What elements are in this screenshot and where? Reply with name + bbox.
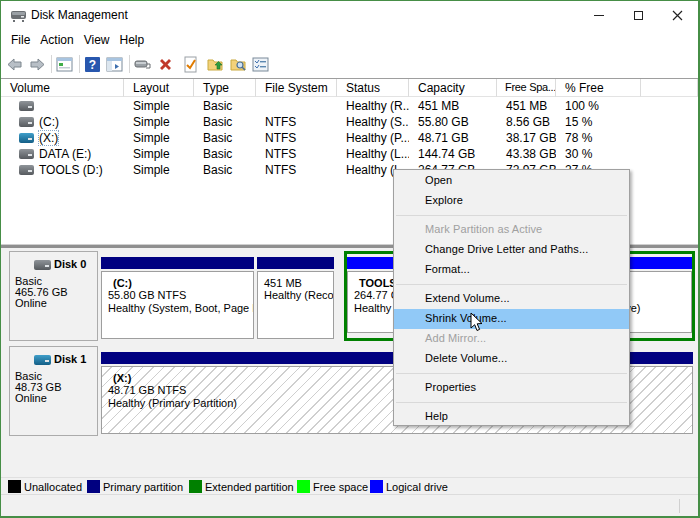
menu-separator	[394, 211, 629, 220]
column-header-volume[interactable]: Volume	[1, 79, 124, 97]
cell-layout: Simple	[124, 98, 194, 114]
back-arrow-icon[interactable]	[6, 56, 23, 73]
volume-icon	[19, 117, 34, 127]
legend-label-0: Unallocated	[24, 481, 82, 493]
partition-451mb[interactable]: 451 MBHealthy (Recovery Partition)	[257, 257, 334, 339]
minimize-button[interactable]	[579, 1, 619, 29]
volume-row-recovery[interactable]: SimpleBasicHealthy (R...451 MB451 MB100 …	[1, 98, 698, 114]
svg-text:?: ?	[89, 58, 96, 72]
title-bar: Disk Management	[1, 1, 698, 29]
forward-arrow-icon[interactable]	[29, 56, 46, 73]
cell-capacity: 451 MB	[409, 98, 497, 114]
disk-label-panel-0[interactable]: Disk 0Basic465.76 GBOnline	[9, 251, 98, 341]
column-header-type[interactable]: Type	[194, 79, 256, 97]
partition-line2: 451 MB	[264, 277, 334, 289]
menu-item-change-drive-letter-and-paths[interactable]: Change Drive Letter and Paths...	[394, 240, 629, 260]
cell-capacity: 55.80 GB	[409, 114, 497, 130]
legend-swatch-3	[297, 480, 310, 493]
disk-icon	[34, 355, 51, 365]
column-header-capacity[interactable]: Capacity	[409, 79, 497, 97]
partition-line1: (C:)	[108, 277, 254, 289]
folder-search-icon[interactable]	[230, 56, 247, 73]
cell-pct: 30 %	[556, 146, 641, 162]
cell-pct: 78 %	[556, 130, 641, 146]
legend-swatch-1	[87, 480, 100, 493]
properties-list-icon[interactable]	[252, 56, 269, 73]
mouse-cursor	[470, 312, 486, 334]
disk-icon	[34, 260, 51, 270]
delete-icon[interactable]	[157, 56, 174, 73]
cell-free: 451 MB	[497, 98, 556, 114]
menu-item-delete-volume[interactable]: Delete Volume...	[394, 349, 629, 369]
cell-capacity: 48.71 GB	[409, 130, 497, 146]
column-header-status[interactable]: Status	[337, 79, 409, 97]
menu-item-properties[interactable]: Properties	[394, 378, 629, 398]
cell-type: Basic	[194, 146, 256, 162]
cell-status: Healthy (L...	[337, 146, 409, 162]
column-header-fs[interactable]: File System	[256, 79, 337, 97]
cell-free: 8.56 GB	[497, 114, 556, 130]
partition-body: 451 MBHealthy (Recovery Partition)	[257, 271, 334, 339]
volume-row-x[interactable]: (X:)SimpleBasicNTFSHealthy (P...48.71 GB…	[1, 130, 698, 146]
legend-label-2: Extended partition	[205, 481, 294, 493]
menu-separator	[394, 280, 629, 289]
check-document-icon[interactable]	[182, 56, 199, 73]
menu-item-mark-partition-as-active: Mark Partition as Active	[394, 220, 629, 240]
volume-name: TOOLS (D:)	[39, 163, 103, 177]
menu-item-help[interactable]: Help	[394, 407, 629, 427]
cell-fs: NTFS	[256, 114, 337, 130]
context-menu: OpenExploreMark Partition as ActiveChang…	[393, 169, 630, 426]
partition-line3: Healthy (System, Boot, Page File, Active…	[108, 302, 254, 314]
cell-type: Basic	[194, 162, 256, 178]
cell-fs: NTFS	[256, 130, 337, 146]
partition-line1: (X:)	[108, 372, 237, 384]
partition-line2: 55.80 GB NTFS	[108, 289, 254, 301]
menu-item-explore[interactable]: Explore	[394, 191, 629, 211]
cell-layout: Simple	[124, 162, 194, 178]
disk-management-window: Disk Management File Action View Help ? …	[0, 0, 700, 518]
column-header-layout[interactable]: Layout	[124, 79, 194, 97]
menu-separator	[394, 369, 629, 378]
menu-item-extend-volume[interactable]: Extend Volume...	[394, 289, 629, 309]
volume-row-datae[interactable]: DATA (E:)SimpleBasicNTFSHealthy (L...144…	[1, 146, 698, 162]
show-console-tree-icon[interactable]	[106, 56, 123, 73]
help-icon[interactable]: ?	[84, 56, 101, 73]
menu-file[interactable]: File	[6, 29, 35, 51]
cell-free: 43.38 GB	[497, 146, 556, 162]
maximize-button[interactable]	[618, 1, 658, 29]
menu-view[interactable]: View	[79, 29, 115, 51]
menu-item-open[interactable]: Open	[394, 171, 629, 191]
volume-row-c[interactable]: (C:)SimpleBasicNTFSHealthy (S...55.80 GB…	[1, 114, 698, 130]
cell-fs: NTFS	[256, 146, 337, 162]
volume-icon	[19, 149, 34, 159]
app-icon	[10, 8, 27, 23]
console-window-icon[interactable]	[56, 56, 73, 73]
partition-body: (C:)55.80 GB NTFSHealthy (System, Boot, …	[101, 271, 254, 339]
column-header-blank	[641, 79, 698, 97]
disk-device-icon[interactable]	[134, 56, 151, 73]
partition-c[interactable]: (C:)55.80 GB NTFSHealthy (System, Boot, …	[101, 257, 254, 339]
legend-label-3: Free space	[313, 481, 368, 493]
volume-icon	[19, 133, 34, 143]
menu-item-shrink-volume[interactable]: Shrink Volume...	[394, 309, 629, 329]
column-header-pct[interactable]: % Free	[556, 79, 641, 97]
menu-help[interactable]: Help	[115, 29, 150, 51]
cell-fs: NTFS	[256, 162, 337, 178]
close-button[interactable]	[657, 1, 697, 29]
cell-pct: 15 %	[556, 114, 641, 130]
disk-name: Disk 0	[54, 258, 86, 270]
legend-bar: UnallocatedPrimary partitionExtended par…	[1, 477, 698, 495]
volume-icon	[19, 101, 34, 111]
partition-color-strip	[257, 257, 334, 269]
cell-layout: Simple	[124, 114, 194, 130]
menu-item-format[interactable]: Format...	[394, 260, 629, 280]
partition-line3: Healthy (Recovery Partition)	[264, 289, 334, 301]
window-title: Disk Management	[31, 8, 128, 22]
column-header-free[interactable]: Free Spa...	[497, 79, 556, 97]
menu-action[interactable]: Action	[35, 29, 78, 51]
cell-free: 38.17 GB	[497, 130, 556, 146]
disk-label-panel-1[interactable]: Disk 1Basic48.73 GBOnline	[9, 346, 98, 436]
toolbar: ?	[1, 51, 698, 78]
status-bar-grip	[679, 499, 680, 513]
open-folder-up-icon[interactable]	[207, 56, 224, 73]
